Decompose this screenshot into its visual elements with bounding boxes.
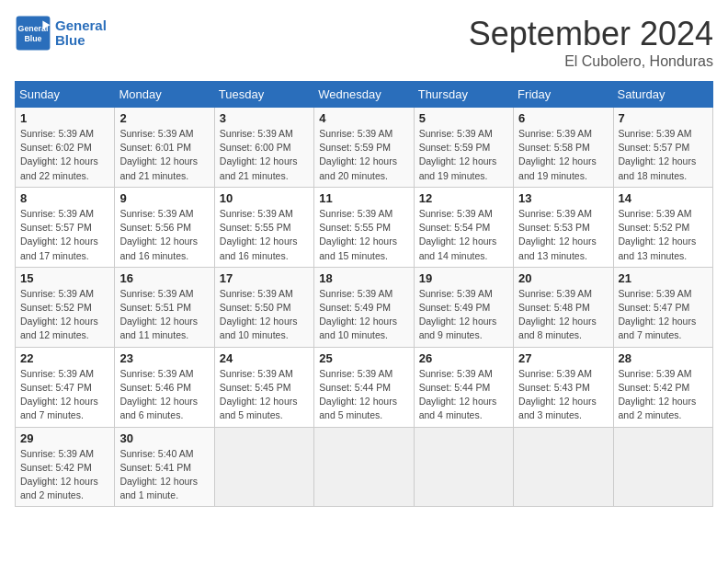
calendar-body: 1Sunrise: 5:39 AM Sunset: 6:02 PM Daylig… [16,108,713,507]
day-info: Sunrise: 5:39 AM Sunset: 5:50 PM Dayligh… [220,287,309,343]
day-number: 2 [119,111,209,125]
day-info: Sunrise: 5:39 AM Sunset: 5:52 PM Dayligh… [619,207,708,263]
svg-rect-0 [17,17,51,51]
day-info: Sunrise: 5:39 AM Sunset: 5:54 PM Dayligh… [419,207,508,263]
day-header-friday: Friday [514,82,613,108]
calendar-day: 2Sunrise: 5:39 AM Sunset: 6:01 PM Daylig… [115,108,214,188]
day-info: Sunrise: 5:39 AM Sunset: 5:59 PM Dayligh… [319,127,408,183]
logo-text: General Blue [55,18,107,49]
calendar-day: 11Sunrise: 5:39 AM Sunset: 5:55 PM Dayli… [314,187,414,267]
calendar-table: SundayMondayTuesdayWednesdayThursdayFrid… [15,81,713,507]
day-number: 27 [518,351,608,365]
logo-icon: General Blue [15,15,51,52]
calendar-day: 4Sunrise: 5:39 AM Sunset: 5:59 PM Daylig… [314,108,414,188]
calendar-header-row: SundayMondayTuesdayWednesdayThursdayFrid… [16,82,713,108]
calendar-day [613,427,712,507]
calendar-day: 17Sunrise: 5:39 AM Sunset: 5:50 PM Dayli… [214,267,313,347]
day-number: 18 [319,271,408,285]
day-info: Sunrise: 5:39 AM Sunset: 5:49 PM Dayligh… [319,287,408,343]
calendar-day: 10Sunrise: 5:39 AM Sunset: 5:55 PM Dayli… [214,187,313,267]
day-number: 15 [20,271,109,285]
calendar-day: 5Sunrise: 5:39 AM Sunset: 5:59 PM Daylig… [414,108,513,188]
day-header-thursday: Thursday [414,82,513,108]
day-header-sunday: Sunday [16,82,115,108]
title-block: September 2024 El Cubolero, Honduras [469,15,713,70]
calendar-week-row: 8Sunrise: 5:39 AM Sunset: 5:57 PM Daylig… [16,187,713,267]
calendar-day: 16Sunrise: 5:39 AM Sunset: 5:51 PM Dayli… [115,267,214,347]
day-number: 10 [220,191,309,205]
month-title: September 2024 [469,15,713,53]
calendar-day [314,427,414,507]
day-number: 11 [319,191,408,205]
day-number: 14 [619,191,708,205]
day-header-wednesday: Wednesday [314,82,414,108]
day-info: Sunrise: 5:39 AM Sunset: 6:00 PM Dayligh… [220,127,309,183]
calendar-day: 6Sunrise: 5:39 AM Sunset: 5:58 PM Daylig… [514,108,613,188]
calendar-day: 14Sunrise: 5:39 AM Sunset: 5:52 PM Dayli… [613,187,712,267]
day-number: 21 [619,271,708,285]
day-number: 17 [220,271,309,285]
calendar-day: 29Sunrise: 5:39 AM Sunset: 5:42 PM Dayli… [16,427,115,507]
day-number: 22 [20,351,109,365]
day-number: 23 [119,351,209,365]
day-number: 6 [518,111,608,125]
calendar-week-row: 1Sunrise: 5:39 AM Sunset: 6:02 PM Daylig… [16,108,713,188]
day-info: Sunrise: 5:39 AM Sunset: 5:47 PM Dayligh… [619,287,708,343]
day-header-monday: Monday [115,82,214,108]
day-info: Sunrise: 5:39 AM Sunset: 5:42 PM Dayligh… [20,447,109,503]
calendar-week-row: 15Sunrise: 5:39 AM Sunset: 5:52 PM Dayli… [16,267,713,347]
day-info: Sunrise: 5:39 AM Sunset: 5:44 PM Dayligh… [319,367,408,423]
calendar-day: 18Sunrise: 5:39 AM Sunset: 5:49 PM Dayli… [314,267,414,347]
day-number: 1 [20,111,109,125]
location-subtitle: El Cubolero, Honduras [469,53,713,70]
day-info: Sunrise: 5:40 AM Sunset: 5:41 PM Dayligh… [119,447,209,503]
calendar-day [214,427,313,507]
calendar-day: 25Sunrise: 5:39 AM Sunset: 5:44 PM Dayli… [314,347,414,427]
calendar-week-row: 22Sunrise: 5:39 AM Sunset: 5:47 PM Dayli… [16,347,713,427]
day-info: Sunrise: 5:39 AM Sunset: 5:55 PM Dayligh… [220,207,309,263]
day-number: 12 [419,191,508,205]
day-number: 8 [20,191,109,205]
calendar-day: 26Sunrise: 5:39 AM Sunset: 5:44 PM Dayli… [414,347,513,427]
calendar-day [514,427,613,507]
day-header-saturday: Saturday [613,82,712,108]
day-number: 19 [419,271,508,285]
calendar-day: 23Sunrise: 5:39 AM Sunset: 5:46 PM Dayli… [115,347,214,427]
calendar-day: 8Sunrise: 5:39 AM Sunset: 5:57 PM Daylig… [16,187,115,267]
day-number: 16 [119,271,209,285]
calendar-day: 9Sunrise: 5:39 AM Sunset: 5:56 PM Daylig… [115,187,214,267]
calendar-day: 1Sunrise: 5:39 AM Sunset: 6:02 PM Daylig… [16,108,115,188]
day-number: 25 [319,351,408,365]
calendar-day: 20Sunrise: 5:39 AM Sunset: 5:48 PM Dayli… [514,267,613,347]
day-number: 28 [619,351,708,365]
calendar-day [414,427,513,507]
day-info: Sunrise: 5:39 AM Sunset: 5:46 PM Dayligh… [119,367,209,423]
day-info: Sunrise: 5:39 AM Sunset: 5:56 PM Dayligh… [119,207,209,263]
day-number: 4 [319,111,408,125]
day-number: 24 [220,351,309,365]
calendar-day: 24Sunrise: 5:39 AM Sunset: 5:45 PM Dayli… [214,347,313,427]
calendar-day: 19Sunrise: 5:39 AM Sunset: 5:49 PM Dayli… [414,267,513,347]
day-info: Sunrise: 5:39 AM Sunset: 5:43 PM Dayligh… [518,367,608,423]
day-info: Sunrise: 5:39 AM Sunset: 5:57 PM Dayligh… [619,127,708,183]
day-info: Sunrise: 5:39 AM Sunset: 5:58 PM Dayligh… [518,127,608,183]
day-info: Sunrise: 5:39 AM Sunset: 5:59 PM Dayligh… [419,127,508,183]
day-number: 30 [119,431,209,445]
day-number: 26 [419,351,508,365]
calendar-day: 30Sunrise: 5:40 AM Sunset: 5:41 PM Dayli… [115,427,214,507]
day-info: Sunrise: 5:39 AM Sunset: 5:44 PM Dayligh… [419,367,508,423]
day-info: Sunrise: 5:39 AM Sunset: 5:45 PM Dayligh… [220,367,309,423]
calendar-day: 28Sunrise: 5:39 AM Sunset: 5:42 PM Dayli… [613,347,712,427]
calendar-day: 27Sunrise: 5:39 AM Sunset: 5:43 PM Dayli… [514,347,613,427]
day-info: Sunrise: 5:39 AM Sunset: 5:51 PM Dayligh… [119,287,209,343]
calendar-day: 13Sunrise: 5:39 AM Sunset: 5:53 PM Dayli… [514,187,613,267]
calendar-day: 3Sunrise: 5:39 AM Sunset: 6:00 PM Daylig… [214,108,313,188]
day-info: Sunrise: 5:39 AM Sunset: 5:42 PM Dayligh… [619,367,708,423]
page-header: General Blue General Blue September 2024… [15,15,713,70]
day-info: Sunrise: 5:39 AM Sunset: 6:01 PM Dayligh… [119,127,209,183]
calendar-day: 12Sunrise: 5:39 AM Sunset: 5:54 PM Dayli… [414,187,513,267]
day-info: Sunrise: 5:39 AM Sunset: 5:52 PM Dayligh… [20,287,109,343]
day-info: Sunrise: 5:39 AM Sunset: 5:55 PM Dayligh… [319,207,408,263]
day-info: Sunrise: 5:39 AM Sunset: 5:47 PM Dayligh… [20,367,109,423]
day-number: 9 [119,191,209,205]
